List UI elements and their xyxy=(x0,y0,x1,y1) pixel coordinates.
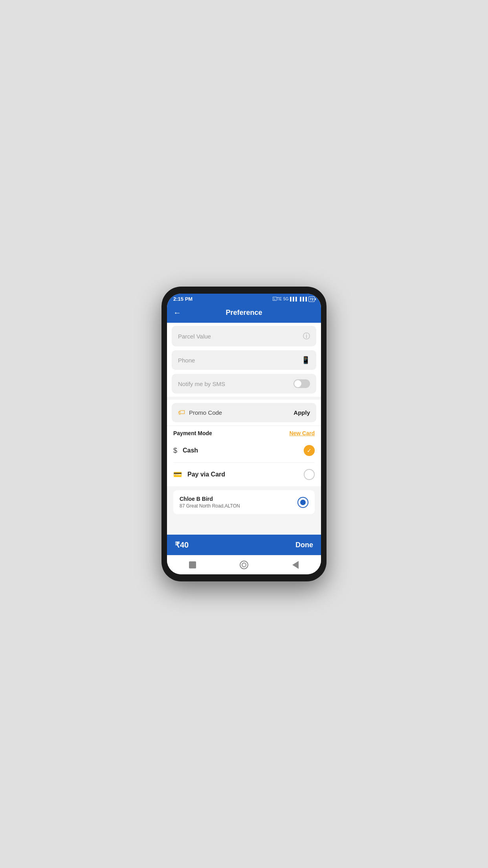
new-card-button[interactable]: New Card xyxy=(289,430,315,436)
address-section: Chloe B Bird 87 Great North Road,ALTON xyxy=(167,486,321,518)
phone-placeholder: Phone xyxy=(178,357,195,364)
help-icon: ⓘ xyxy=(303,331,310,341)
address-info: Chloe B Bird 87 Great North Road,ALTON xyxy=(180,496,297,509)
promo-section: 🏷 Promo Code Apply xyxy=(167,400,321,425)
address-name: Chloe B Bird xyxy=(180,496,297,502)
sms-toggle-row: Notify me by SMS xyxy=(172,374,316,394)
cash-radio-selected: ✓ xyxy=(304,445,315,456)
triangle-icon xyxy=(292,561,299,569)
phone-frame: 2:15 PM 🄻TE 5G▐▐▐ ▐▐▐ 72 ← Preference Pa… xyxy=(161,287,327,581)
back-button[interactable]: ← xyxy=(173,308,181,317)
card-radio-unselected xyxy=(304,469,315,480)
price-label: ₹40 xyxy=(175,540,189,550)
nav-back-button[interactable] xyxy=(290,559,301,570)
cash-label: Cash xyxy=(183,447,198,454)
address-card[interactable]: Chloe B Bird 87 Great North Road,ALTON xyxy=(173,490,315,514)
phone-screen: 2:15 PM 🄻TE 5G▐▐▐ ▐▐▐ 72 ← Preference Pa… xyxy=(167,294,321,574)
app-header: ← Preference xyxy=(167,304,321,323)
bottom-bar: ₹40 Done xyxy=(167,535,321,555)
card-option[interactable]: 💳 Pay via Card xyxy=(173,463,315,486)
signal-icon-2: ▐▐▐ xyxy=(299,297,307,301)
content-area: Parcel Value ⓘ Phone 📱 Notify me by SMS … xyxy=(167,323,321,535)
promo-label: Promo Code xyxy=(189,409,222,416)
nav-home-button[interactable] xyxy=(238,559,250,570)
square-icon xyxy=(189,561,196,568)
status-icons: 🄻TE 5G▐▐▐ ▐▐▐ 72 xyxy=(273,296,315,302)
tag-icon: 🏷 xyxy=(178,408,185,417)
apply-button[interactable]: Apply xyxy=(294,409,310,416)
payment-mode-header: Payment Mode New Card xyxy=(167,426,321,439)
phone-icon: 📱 xyxy=(301,356,310,364)
cash-icon: $ xyxy=(173,447,177,455)
cash-option-left: $ Cash xyxy=(173,447,198,455)
sms-label: Notify me by SMS xyxy=(178,381,225,387)
address-radio-selected xyxy=(297,497,308,508)
status-time: 2:15 PM xyxy=(173,296,193,302)
card-icon: 💳 xyxy=(173,470,182,479)
input-fields-section: Parcel Value ⓘ Phone 📱 Notify me by SMS xyxy=(167,323,321,397)
battery-icon: 72 xyxy=(308,296,315,302)
nav-square-button[interactable] xyxy=(187,559,198,570)
network-icon: 🄻TE xyxy=(273,297,282,301)
payment-mode-label: Payment Mode xyxy=(173,430,212,436)
promo-left: 🏷 Promo Code xyxy=(178,408,222,417)
card-option-left: 💳 Pay via Card xyxy=(173,470,225,479)
address-street: 87 Great North Road,ALTON xyxy=(180,503,297,509)
card-label: Pay via Card xyxy=(187,471,225,478)
parcel-value-field[interactable]: Parcel Value ⓘ xyxy=(172,326,316,346)
nav-bar xyxy=(167,555,321,574)
sms-toggle[interactable] xyxy=(294,379,310,388)
status-bar: 2:15 PM 🄻TE 5G▐▐▐ ▐▐▐ 72 xyxy=(167,294,321,304)
circle-icon xyxy=(240,561,248,569)
checkmark-icon: ✓ xyxy=(307,447,312,454)
page-title: Preference xyxy=(185,309,303,317)
phone-field[interactable]: Phone 📱 xyxy=(172,350,316,370)
payment-options: $ Cash ✓ 💳 Pay via Card xyxy=(167,439,321,486)
done-button[interactable]: Done xyxy=(295,541,313,549)
cash-option[interactable]: $ Cash ✓ xyxy=(173,439,315,463)
signal-icon-1: 5G▐▐▐ xyxy=(283,297,297,301)
parcel-value-placeholder: Parcel Value xyxy=(178,333,211,340)
promo-row[interactable]: 🏷 Promo Code Apply xyxy=(172,403,316,422)
